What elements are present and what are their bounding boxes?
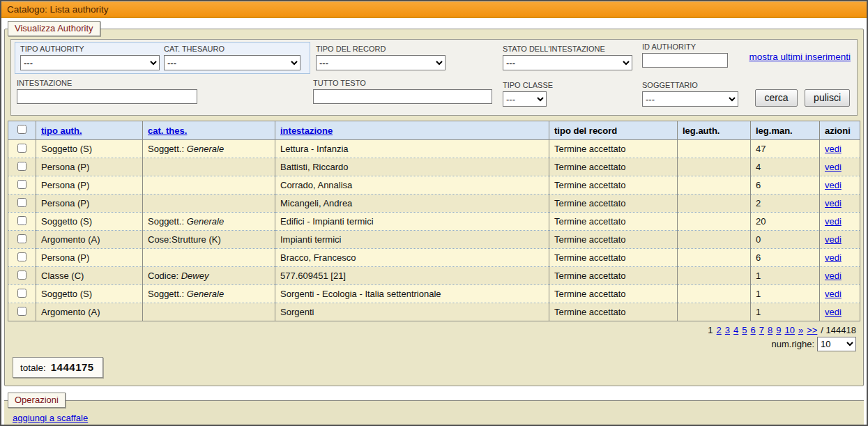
tab-operazioni-label: Operazioni (15, 395, 59, 405)
cell-azioni: vedi (820, 176, 860, 195)
authority-table-body: Soggetto (S)Soggett.: GeneraleLettura - … (8, 140, 860, 321)
tab-operazioni[interactable]: Operazioni (8, 393, 66, 408)
table-row: Persona (P)Corrado, AnnalisaTermine acce… (8, 176, 860, 195)
pagination-page-link[interactable]: 4 (733, 325, 738, 335)
cell-leg-auth (678, 176, 751, 195)
cerca-button[interactable]: cerca (755, 89, 797, 107)
sort-cat-thes-link[interactable]: cat. thes. (148, 125, 187, 136)
select-all-checkbox[interactable] (17, 125, 26, 134)
cell-azioni: vedi (820, 231, 860, 249)
pagination-page-link[interactable]: 2 (717, 325, 722, 335)
table-row: Persona (P)Bracco, FrancescoTermine acce… (8, 249, 860, 267)
cell-tipo-record: Termine accettato (549, 176, 678, 195)
cell-cat-thes (143, 158, 275, 176)
stato-intestazione-select[interactable]: --- (503, 55, 632, 70)
row-checkbox[interactable] (17, 307, 26, 316)
cell-tipo-auth: Persona (P) (36, 176, 143, 195)
pagination-page-link[interactable]: 8 (768, 325, 772, 335)
vedi-link[interactable]: vedi (825, 271, 842, 281)
intestazione-label: INTESTAZIONE (17, 79, 197, 87)
cell-leg-man: 47 (751, 140, 820, 158)
vedi-link[interactable]: vedi (825, 252, 842, 263)
vedi-link[interactable]: vedi (825, 289, 842, 299)
cell-leg-auth (678, 303, 751, 321)
row-checkbox[interactable] (17, 252, 26, 261)
cell-leg-man: 6 (751, 176, 820, 195)
cell-azioni: vedi (820, 140, 860, 158)
cell-azioni: vedi (820, 213, 860, 231)
cell-leg-man: 1 (751, 267, 820, 285)
vedi-link[interactable]: vedi (825, 162, 842, 172)
row-checkbox[interactable] (17, 144, 26, 153)
row-select-cell (8, 176, 36, 195)
soggettario-label: SOGGETTARIO (642, 81, 738, 89)
row-select-cell (8, 285, 36, 303)
cell-cat-thes (143, 195, 275, 213)
pagination-page-link[interactable]: 3 (725, 325, 730, 335)
cell-leg-man: 1 (751, 285, 820, 303)
pagination-page-link[interactable]: 7 (759, 325, 764, 335)
vedi-link[interactable]: vedi (825, 180, 842, 190)
pagination-page-link[interactable]: 6 (751, 325, 756, 335)
pagination-page-link[interactable]: 10 (784, 325, 794, 335)
row-checkbox[interactable] (17, 271, 26, 280)
row-checkbox[interactable] (17, 162, 26, 171)
cell-tipo-auth: Persona (P) (36, 158, 143, 176)
row-checkbox[interactable] (17, 180, 26, 189)
soggettario-select[interactable]: --- (642, 91, 738, 107)
row-select-cell (8, 140, 36, 158)
vedi-link[interactable]: vedi (825, 216, 842, 227)
cell-intestazione: Sorgenti (275, 303, 549, 321)
cell-tipo-record: Termine accettato (549, 303, 678, 321)
cell-leg-man: 4 (751, 158, 820, 176)
col-header-azioni: azioni (820, 121, 860, 140)
row-checkbox[interactable] (17, 289, 26, 298)
tipo-authority-label: TIPO AUTHORITY (20, 45, 160, 53)
tab-visualizza-authority-label: Visualizza Authority (15, 23, 93, 33)
pagination-page-link[interactable]: 5 (742, 325, 747, 335)
intestazione-input[interactable] (17, 89, 197, 104)
row-select-cell (8, 303, 36, 321)
tipo-classe-select[interactable]: --- (503, 91, 547, 107)
table-header-row: tipo auth. cat. thes. intestazione tipo … (8, 121, 860, 140)
cell-tipo-record: Termine accettato (549, 158, 678, 176)
row-checkbox[interactable] (17, 198, 26, 207)
pagination-next-link[interactable]: » (798, 325, 803, 335)
col-header-leg-auth: leg.auth. (678, 121, 751, 140)
col-header-intestazione: intestazione (275, 121, 549, 140)
tab-visualizza-authority[interactable]: Visualizza Authority (8, 21, 100, 36)
vedi-link[interactable]: vedi (825, 307, 842, 317)
row-select-cell (8, 231, 36, 249)
tutto-testo-input[interactable] (313, 89, 492, 104)
sort-intestazione-link[interactable]: intestazione (280, 125, 333, 136)
pulisci-button[interactable]: pulisci (805, 89, 850, 107)
pagination-separator: / (821, 325, 823, 335)
cell-leg-auth (678, 158, 751, 176)
mostra-ultimi-inserimenti-link[interactable]: mostra ultimi inserimenti (749, 52, 851, 62)
pagination-last-link[interactable]: >> (807, 325, 817, 335)
cell-leg-auth (678, 213, 751, 231)
vedi-link[interactable]: vedi (825, 198, 842, 208)
soggettario-field: SOGGETTARIO --- (642, 81, 738, 107)
aggiungi-a-scaffale-link[interactable]: aggiungi a scaffale (13, 413, 88, 423)
vedi-link[interactable]: vedi (825, 144, 842, 154)
cell-azioni: vedi (820, 158, 860, 176)
id-authority-input[interactable] (642, 53, 728, 68)
row-select-cell (8, 195, 36, 213)
cat-thesauro-select[interactable]: --- (164, 55, 300, 70)
pagination-page-link[interactable]: 9 (776, 325, 781, 335)
row-checkbox[interactable] (17, 234, 26, 243)
row-checkbox[interactable] (17, 216, 26, 225)
sort-tipo-auth-link[interactable]: tipo auth. (41, 125, 82, 136)
tipo-authority-select[interactable]: --- (20, 55, 160, 70)
tipo-record-select[interactable]: --- (316, 55, 446, 70)
col-header-tipo-record: tipo del record (549, 121, 678, 140)
cell-cat-thes: Soggett.: Generale (143, 213, 275, 231)
num-righe-select[interactable]: 10 (817, 337, 856, 351)
tipo-classe-label: TIPO CLASSE (503, 81, 553, 89)
cat-thesauro-field: CAT. THESAURO --- (164, 45, 300, 70)
cell-azioni: vedi (820, 267, 860, 285)
cell-cat-thes (143, 176, 275, 195)
vedi-link[interactable]: vedi (825, 234, 842, 245)
cell-cat-thes: Soggett.: Generale (143, 285, 275, 303)
